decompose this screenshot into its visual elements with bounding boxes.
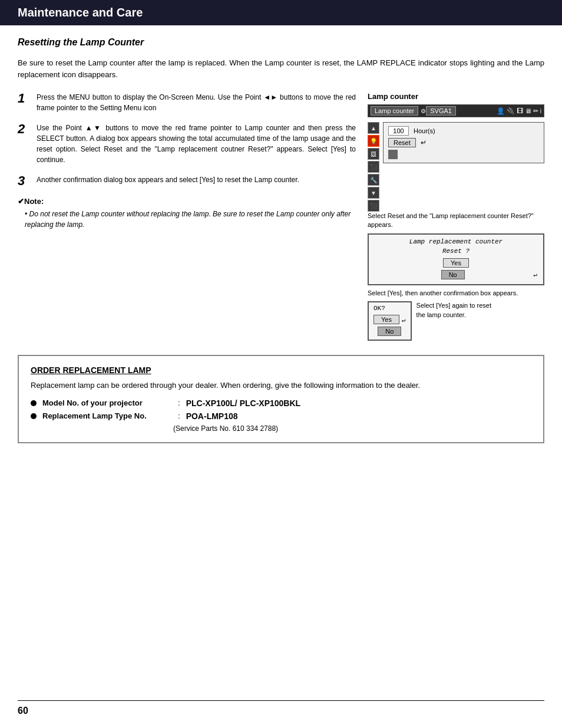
sidebar-icon-4: ⬛ bbox=[368, 161, 379, 173]
ok-enter-icon: ↵ bbox=[402, 316, 406, 324]
icon-num: i bbox=[540, 108, 541, 114]
intro-text: Be sure to reset the Lamp counter after … bbox=[18, 57, 544, 80]
step-2-text: Use the Point ▲▼ buttons to move the red… bbox=[37, 123, 356, 165]
lamp-hours-dialog: 100 Hour(s) Reset ↵ bbox=[383, 122, 544, 163]
hour-value: 100 bbox=[388, 126, 409, 136]
reset-dialog: Lamp replacement counter Reset ? Yes No … bbox=[368, 233, 544, 285]
reset-yes-button[interactable]: Yes bbox=[443, 258, 469, 268]
right-col: Lamp counter Lamp counter ⚙ SVGA1 👤 🔌 🎞 … bbox=[368, 92, 544, 343]
note-text: • Do not reset the Lamp counter without … bbox=[18, 209, 356, 230]
order-title: ORDER REPLACEMENT LAMP bbox=[31, 365, 531, 375]
caption-3: Select [Yes] again to reset the lamp cou… bbox=[416, 301, 493, 319]
page-footer: 60 bbox=[18, 700, 544, 716]
enter-icon: ↵ bbox=[421, 139, 427, 147]
order-item-0-colon: : bbox=[178, 398, 180, 407]
sidebar-icon-1: ▲ bbox=[368, 122, 379, 134]
menu-bar-resolution: SVGA1 bbox=[426, 106, 456, 116]
main-content: Resetting the Lamp Counter Be sure to re… bbox=[0, 25, 562, 461]
menu-bar-icons: 👤 🔌 🎞 🖥 ✏ i bbox=[497, 107, 541, 115]
left-col: 1 Press the MENU button to display the O… bbox=[18, 92, 356, 343]
step-3: 3 Another confirmation dialog box appear… bbox=[18, 174, 356, 187]
menu-bar: Lamp counter ⚙ SVGA1 👤 🔌 🎞 🖥 ✏ i bbox=[368, 104, 544, 117]
reset-button[interactable]: Reset bbox=[388, 138, 416, 147]
order-item-1-colon: : bbox=[178, 411, 180, 420]
order-item-0-value: PLC-XP100L/ PLC-XP100BKL bbox=[186, 398, 301, 408]
sidebar-icon-3: 🖼 bbox=[368, 148, 379, 160]
reset-dialog-subtitle: Reset ? bbox=[375, 248, 537, 255]
ok-no-button[interactable]: No bbox=[378, 327, 401, 336]
note-title: ✔Note: bbox=[18, 197, 356, 206]
service-parts: (Service Parts No. 610 334 2788) bbox=[173, 424, 531, 433]
icon-plug: 🔌 bbox=[507, 107, 515, 115]
confirm-area: OK? Yes ↵ No Select [Yes] again to reset… bbox=[368, 301, 544, 343]
ok-dialog-title: OK? bbox=[373, 305, 406, 312]
icon-edit: ✏ bbox=[533, 107, 538, 115]
sidebar-and-dialog: ▲ 💡 🖼 ⬛ 🔧 ▼ ⬛ 100 bbox=[368, 122, 544, 212]
menu-icon-settings: ⚙ bbox=[421, 108, 426, 114]
icon-monitor: 🖥 bbox=[525, 107, 531, 114]
step-2-number: 2 bbox=[18, 123, 31, 136]
dialog-area: 100 Hour(s) Reset ↵ bbox=[383, 122, 544, 212]
two-col-layout: 1 Press the MENU button to display the O… bbox=[18, 92, 544, 343]
hour-unit: Hour(s) bbox=[414, 127, 435, 134]
page-wrapper: Maintenance and Care Resetting the Lamp … bbox=[0, 0, 562, 728]
sidebar-icon-7: ⬛ bbox=[368, 200, 379, 212]
icon-person: 👤 bbox=[497, 107, 505, 115]
lamp-counter-label: Lamp counter bbox=[368, 92, 544, 101]
reset-dialog-title: Lamp replacement counter bbox=[375, 238, 537, 245]
reset-row: Reset ↵ bbox=[388, 138, 539, 147]
caption-2: Select [Yes], then another confirmation … bbox=[368, 289, 544, 298]
note-section: ✔Note: • Do not reset the Lamp counter w… bbox=[18, 197, 356, 230]
reset-no-button[interactable]: No bbox=[441, 270, 465, 279]
sidebar-icons: ▲ 💡 🖼 ⬛ 🔧 ▼ ⬛ bbox=[368, 122, 381, 212]
step-1: 1 Press the MENU button to display the O… bbox=[18, 92, 356, 113]
hours-row: 100 Hour(s) bbox=[388, 126, 539, 136]
step-3-number: 3 bbox=[18, 174, 31, 187]
lamp-icon-small bbox=[388, 150, 398, 159]
order-item-1-value: POA-LMP108 bbox=[186, 411, 238, 421]
bullet-0 bbox=[31, 400, 37, 406]
section-title: Resetting the Lamp Counter bbox=[18, 37, 544, 48]
order-intro: Replacement lamp can be ordered through … bbox=[31, 380, 531, 391]
page-number: 60 bbox=[18, 706, 28, 716]
icon-film: 🎞 bbox=[517, 107, 523, 114]
order-box: ORDER REPLACEMENT LAMP Replacement lamp … bbox=[18, 355, 544, 443]
order-item-0-label: Model No. of your projector bbox=[42, 398, 172, 407]
step-1-text: Press the MENU button to display the On-… bbox=[37, 92, 356, 113]
step-2: 2 Use the Point ▲▼ buttons to move the r… bbox=[18, 123, 356, 165]
ok-dialog: OK? Yes ↵ No bbox=[368, 301, 412, 341]
page-title: Maintenance and Care bbox=[18, 6, 544, 19]
order-item-0: Model No. of your projector : PLC-XP100L… bbox=[31, 398, 531, 408]
step-1-number: 1 bbox=[18, 92, 31, 105]
order-item-1-label: Replacement Lamp Type No. bbox=[42, 411, 172, 420]
caption-1: Select Reset and the "Lamp replacement c… bbox=[368, 212, 544, 230]
order-items: Model No. of your projector : PLC-XP100L… bbox=[31, 398, 531, 421]
sidebar-icon-5: 🔧 bbox=[368, 174, 379, 186]
menu-bar-lamp-counter: Lamp counter bbox=[371, 106, 418, 116]
ok-yes-button[interactable]: Yes bbox=[373, 315, 399, 324]
sidebar-icon-6: ▼ bbox=[368, 187, 379, 199]
sidebar-icon-lamp: 💡 bbox=[368, 135, 379, 147]
order-item-1: Replacement Lamp Type No. : POA-LMP108 bbox=[31, 411, 531, 421]
bullet-1 bbox=[31, 413, 37, 419]
reset-enter-icon: ↵ bbox=[533, 271, 537, 278]
step-3-text: Another confirmation dialog box appears … bbox=[37, 174, 299, 185]
page-header: Maintenance and Care bbox=[0, 0, 562, 25]
